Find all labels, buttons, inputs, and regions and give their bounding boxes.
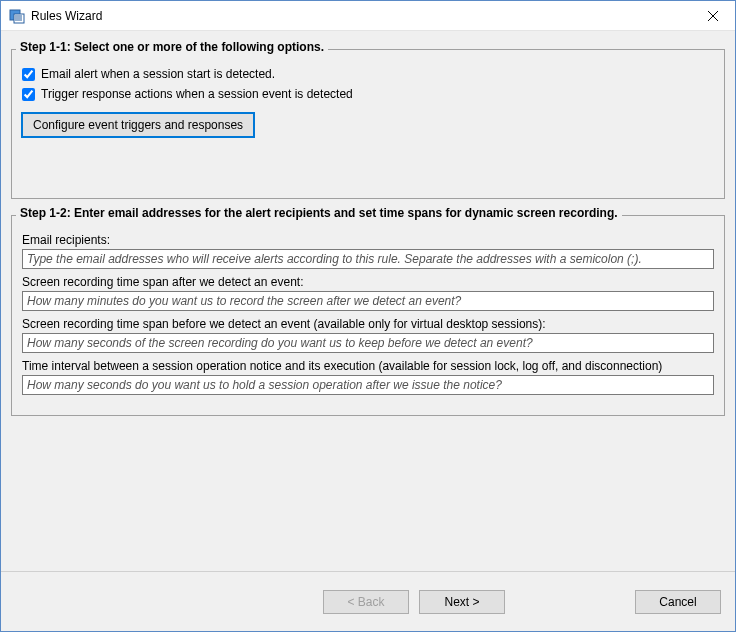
window-title: Rules Wizard [31,9,690,23]
option-trigger-response-label: Trigger response actions when a session … [41,87,353,101]
client-area: Step 1-1: Select one or more of the foll… [1,31,735,571]
configure-triggers-button[interactable]: Configure event triggers and responses [22,113,254,137]
email-recipients-input[interactable] [22,249,714,269]
recording-after-input[interactable] [22,291,714,311]
step-1-1-section: Step 1-1: Select one or more of the foll… [11,49,725,199]
title-bar: Rules Wizard [1,1,735,31]
step-1-2-title: Step 1-2: Enter email addresses for the … [16,206,622,220]
option-trigger-response-checkbox[interactable] [22,88,35,101]
email-recipients-label: Email recipients: [22,233,714,247]
option-email-alert[interactable]: Email alert when a session start is dete… [22,67,714,81]
option-email-alert-label: Email alert when a session start is dete… [41,67,275,81]
back-button[interactable]: < Back [323,590,409,614]
interval-input[interactable] [22,375,714,395]
interval-block: Time interval between a session operatio… [22,359,714,395]
interval-label: Time interval between a session operatio… [22,359,714,373]
recording-before-input[interactable] [22,333,714,353]
close-icon [708,11,718,21]
wizard-footer: < Back Next > Cancel [1,571,735,631]
step-1-1-title: Step 1-1: Select one or more of the foll… [16,40,328,54]
email-recipients-block: Email recipients: [22,233,714,269]
cancel-button[interactable]: Cancel [635,590,721,614]
recording-before-label: Screen recording time span before we det… [22,317,714,331]
step-1-2-section: Step 1-2: Enter email addresses for the … [11,215,725,416]
app-icon [9,8,25,24]
recording-before-block: Screen recording time span before we det… [22,317,714,353]
recording-after-label: Screen recording time span after we dete… [22,275,714,289]
next-button[interactable]: Next > [419,590,505,614]
option-email-alert-checkbox[interactable] [22,68,35,81]
recording-after-block: Screen recording time span after we dete… [22,275,714,311]
option-trigger-response[interactable]: Trigger response actions when a session … [22,87,714,101]
close-button[interactable] [690,1,735,31]
